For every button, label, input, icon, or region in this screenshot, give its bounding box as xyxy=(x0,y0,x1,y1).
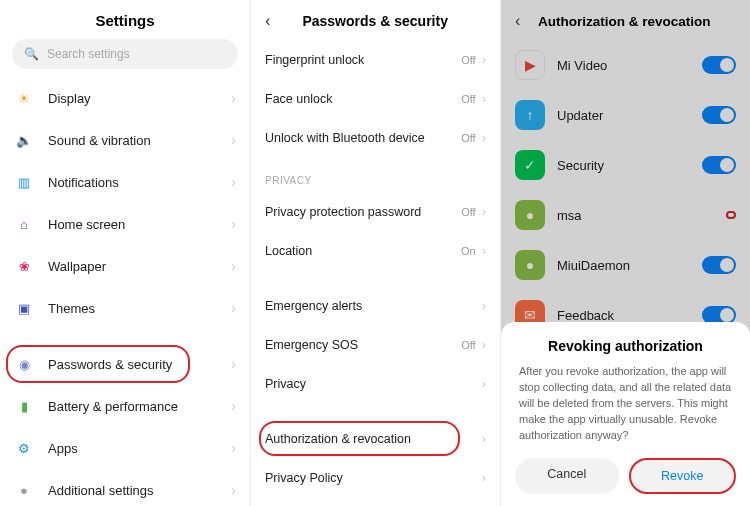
security-item-authorization-revocation[interactable]: Authorization & revocation› xyxy=(251,419,500,458)
chevron-right-icon: › xyxy=(482,431,486,446)
chevron-right-icon: › xyxy=(482,243,486,258)
item-label: Home screen xyxy=(48,217,231,232)
item-label: Additional settings xyxy=(48,483,231,498)
search-icon: 🔍 xyxy=(24,47,39,61)
item-label: Passwords & security xyxy=(48,357,231,372)
chevron-right-icon: › xyxy=(231,356,236,372)
item-value: Off xyxy=(461,339,475,351)
chevron-right-icon: › xyxy=(231,258,236,274)
chevron-right-icon: › xyxy=(231,300,236,316)
security-item-emergency-sos[interactable]: Emergency SOSOff› xyxy=(251,325,500,364)
chevron-right-icon: › xyxy=(482,376,486,391)
item-value: Off xyxy=(461,206,475,218)
settings-item-additional-settings[interactable]: ●Additional settings› xyxy=(0,469,250,506)
item-icon: ⚙ xyxy=(14,438,34,458)
item-icon: ▮ xyxy=(14,396,34,416)
chevron-right-icon: › xyxy=(231,90,236,106)
chevron-right-icon: › xyxy=(231,132,236,148)
chevron-right-icon: › xyxy=(231,398,236,414)
settings-list: ☀Display›🔈Sound & vibration›▥Notificatio… xyxy=(0,77,250,506)
security-list: Fingerprint unlockOff›Face unlockOff›Unl… xyxy=(251,40,500,497)
settings-item-notifications[interactable]: ▥Notifications› xyxy=(0,161,250,203)
chevron-right-icon: › xyxy=(482,470,486,485)
item-value: Off xyxy=(461,132,475,144)
chevron-right-icon: › xyxy=(231,174,236,190)
security-item-privacy-policy[interactable]: Privacy Policy› xyxy=(251,458,500,497)
page-title: Authorization & revocation xyxy=(512,14,736,29)
item-value: On xyxy=(461,245,476,257)
chevron-right-icon: › xyxy=(482,337,486,352)
item-icon: ◉ xyxy=(14,354,34,374)
item-label: Emergency SOS xyxy=(265,338,461,352)
chevron-right-icon: › xyxy=(231,440,236,456)
settings-item-passwords-security[interactable]: ◉Passwords & security› xyxy=(0,343,250,385)
item-value: Off xyxy=(461,93,475,105)
security-item-emergency-alerts[interactable]: Emergency alerts› xyxy=(251,286,500,325)
pane-header: ‹ Passwords & security xyxy=(251,0,500,40)
item-label: Apps xyxy=(48,441,231,456)
item-value: Off xyxy=(461,54,475,66)
item-icon: ▣ xyxy=(14,298,34,318)
dialog-body: After you revoke authorization, the app … xyxy=(515,364,736,444)
dialog-buttons: Cancel Revoke xyxy=(515,458,736,494)
search-input[interactable]: 🔍 Search settings xyxy=(12,39,238,69)
item-icon: ● xyxy=(14,480,34,500)
settings-item-battery-performance[interactable]: ▮Battery & performance› xyxy=(0,385,250,427)
settings-item-display[interactable]: ☀Display› xyxy=(0,77,250,119)
item-label: Face unlock xyxy=(265,92,461,106)
security-item-face-unlock[interactable]: Face unlockOff› xyxy=(251,79,500,118)
pane-header: ‹ Authorization & revocation xyxy=(501,0,750,40)
settings-item-apps[interactable]: ⚙Apps› xyxy=(0,427,250,469)
search-placeholder: Search settings xyxy=(47,47,130,61)
item-label: Wallpaper xyxy=(48,259,231,274)
passwords-security-pane: ‹ Passwords & security Fingerprint unloc… xyxy=(250,0,500,506)
section-header: PRIVACY xyxy=(251,157,500,192)
item-label: Themes xyxy=(48,301,231,316)
item-label: Privacy protection password xyxy=(265,205,461,219)
item-label: Fingerprint unlock xyxy=(265,53,461,67)
chevron-right-icon: › xyxy=(482,91,486,106)
authorization-revocation-pane: ‹ Authorization & revocation ▶Mi Video↑U… xyxy=(500,0,750,506)
settings-item-home-screen[interactable]: ⌂Home screen› xyxy=(0,203,250,245)
item-icon: ⌂ xyxy=(14,214,34,234)
revoke-dialog: Revoking authorization After you revoke … xyxy=(501,322,750,506)
security-item-location[interactable]: LocationOn› xyxy=(251,231,500,270)
item-label: Privacy Policy xyxy=(265,471,482,485)
chevron-right-icon: › xyxy=(231,482,236,498)
item-label: Authorization & revocation xyxy=(265,432,482,446)
item-icon: 🔈 xyxy=(14,130,34,150)
settings-item-sound-vibration[interactable]: 🔈Sound & vibration› xyxy=(0,119,250,161)
item-label: Display xyxy=(48,91,231,106)
chevron-right-icon: › xyxy=(482,130,486,145)
item-label: Location xyxy=(265,244,461,258)
item-icon: ▥ xyxy=(14,172,34,192)
page-title: Settings xyxy=(0,0,250,39)
security-item-privacy[interactable]: Privacy› xyxy=(251,364,500,403)
item-label: Battery & performance xyxy=(48,399,231,414)
settings-item-themes[interactable]: ▣Themes› xyxy=(0,287,250,329)
security-item-fingerprint-unlock[interactable]: Fingerprint unlockOff› xyxy=(251,40,500,79)
item-icon: ❀ xyxy=(14,256,34,276)
dialog-title: Revoking authorization xyxy=(515,338,736,354)
cancel-button[interactable]: Cancel xyxy=(515,458,619,494)
settings-pane: Settings 🔍 Search settings ☀Display›🔈Sou… xyxy=(0,0,250,506)
revoke-button[interactable]: Revoke xyxy=(629,458,737,494)
item-label: Sound & vibration xyxy=(48,133,231,148)
security-item-privacy-protection-password[interactable]: Privacy protection passwordOff› xyxy=(251,192,500,231)
chevron-right-icon: › xyxy=(482,298,486,313)
settings-item-wallpaper[interactable]: ❀Wallpaper› xyxy=(0,245,250,287)
item-label: Unlock with Bluetooth device xyxy=(265,131,461,145)
security-item-unlock-with-bluetooth-device[interactable]: Unlock with Bluetooth deviceOff› xyxy=(251,118,500,157)
chevron-right-icon: › xyxy=(231,216,236,232)
item-label: Privacy xyxy=(265,377,482,391)
item-label: Notifications xyxy=(48,175,231,190)
page-title: Passwords & security xyxy=(264,13,486,29)
chevron-right-icon: › xyxy=(482,204,486,219)
item-label: Emergency alerts xyxy=(265,299,482,313)
item-icon: ☀ xyxy=(14,88,34,108)
chevron-right-icon: › xyxy=(482,52,486,67)
